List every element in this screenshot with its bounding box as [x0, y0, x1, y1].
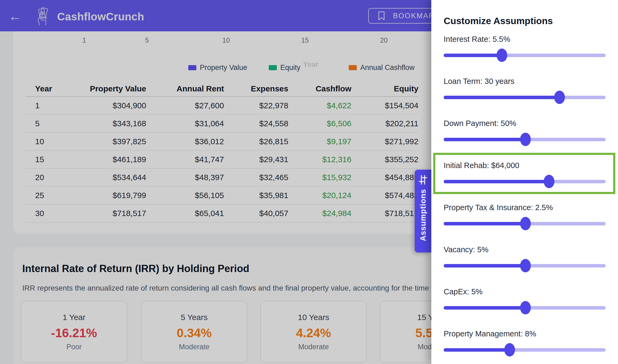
- table-cell: $619,799: [58, 191, 146, 200]
- irr-metric-card: 5 Years0.34%Moderate: [141, 301, 247, 363]
- slider-label: Loan Term: 30 years: [444, 77, 514, 86]
- table-cell: $534,644: [58, 173, 146, 182]
- legend-label: Equity: [280, 64, 300, 72]
- table-cell: $15,932: [288, 173, 351, 182]
- table-row: 30$718,517$65,041$40,057$24,984$718,517: [25, 205, 418, 222]
- chart-x-tick: 20: [380, 36, 388, 44]
- slider-thumb[interactable]: [520, 301, 531, 314]
- table-cell: $12,316: [288, 155, 351, 164]
- slider-fill: [444, 54, 502, 57]
- slider-row: CapEx: 5%: [444, 287, 606, 317]
- irr-period-label: 10 Years: [298, 313, 329, 322]
- assumptions-panel-title: Customize Assumptions: [444, 16, 553, 26]
- table-body: 1$304,900$27,600$22,978$4,622$154,5045$3…: [25, 97, 418, 222]
- irr-cards-row: 1 Year-16.21%Poor5 Years0.34%Moderate10 …: [13, 301, 451, 363]
- table-row: 5$343,168$31,064$24,558$6,506$202,211: [25, 115, 418, 133]
- table-cell: $6,506: [288, 119, 351, 128]
- table-header-cell: Year: [25, 84, 58, 93]
- table-header-cell: Annual Rent: [146, 84, 224, 93]
- irr-rating-label: Moderate: [298, 343, 329, 351]
- table-header-cell: Property Value: [58, 84, 146, 93]
- slider-thumb[interactable]: [496, 49, 507, 62]
- slider-track[interactable]: [444, 138, 606, 141]
- table-cell: $454,885: [351, 173, 418, 182]
- chart-x-tick: 1: [82, 36, 86, 44]
- irr-value: -16.21%: [51, 326, 97, 340]
- table-cell: $36,012: [146, 137, 224, 146]
- slider-thumb[interactable]: [504, 343, 515, 356]
- legend-swatch-icon: [188, 65, 196, 70]
- table-cell: $40,057: [224, 209, 288, 218]
- slider-thumb[interactable]: [520, 217, 531, 230]
- table-cell: $48,397: [146, 173, 224, 182]
- table-cell: $41,747: [146, 155, 224, 164]
- slider-track[interactable]: [444, 180, 606, 183]
- legend-item: Annual Cashflow: [349, 64, 415, 72]
- irr-section-title: Internal Rate of Return (IRR) by Holding…: [22, 263, 249, 274]
- legend-label: Annual Cashflow: [360, 64, 415, 72]
- slider-row: Vacancy: 5%: [444, 245, 606, 275]
- slider-row: Initial Rehab: $64,000: [444, 161, 606, 191]
- chart-x-tick: 15: [301, 36, 309, 44]
- irr-metric-card: 10 Years4.24%Moderate: [260, 301, 367, 363]
- table-cell: $22,978: [224, 101, 288, 110]
- slider-row: Interest Rate: 5.5%: [444, 35, 606, 64]
- table-cell: $56,105: [146, 191, 224, 200]
- table-header-cell: Cashflow: [288, 84, 351, 93]
- table-cell: $27,600: [146, 101, 224, 110]
- table-cell: $271,992: [351, 137, 418, 146]
- table-cell: 1: [25, 101, 58, 110]
- table-header-cell: Expenses: [224, 84, 288, 93]
- table-cell: $718,517: [351, 209, 418, 218]
- slider-thumb[interactable]: [544, 175, 554, 188]
- table-cell: $4,622: [288, 101, 351, 110]
- slider-track[interactable]: [444, 222, 606, 225]
- table-row: 10$397,825$36,012$26,815$9,197$271,992: [25, 133, 418, 151]
- legend-swatch-icon: [349, 65, 357, 70]
- table-cell: $32,465: [224, 173, 288, 182]
- slider-thumb[interactable]: [520, 259, 531, 272]
- table-cell: $355,252: [351, 155, 418, 164]
- customize-assumptions-panel: Customize Assumptions Interest Rate: 5.5…: [431, 0, 618, 364]
- slider-fill: [444, 264, 525, 268]
- table-row: 20$534,644$48,397$32,465$15,932$454,885: [25, 169, 418, 187]
- slider-track[interactable]: [444, 306, 606, 310]
- slider-track[interactable]: [444, 264, 606, 268]
- irr-rating-label: Moderate: [179, 343, 209, 351]
- app-title: CashflowCrunch: [57, 11, 144, 23]
- sliders-icon: [418, 175, 428, 185]
- table-cell: $574,483: [351, 191, 418, 200]
- irr-value: 0.34%: [177, 326, 212, 340]
- table-cell: $26,815: [224, 137, 288, 146]
- projection-card: 15101520 Year Property ValueEquityAnnual…: [13, 31, 451, 234]
- table-cell: $31,064: [146, 119, 224, 128]
- table-cell: 25: [25, 191, 58, 200]
- table-cell: $9,197: [288, 137, 351, 146]
- slider-row: Property Tax & Insurance: 2.5%: [444, 203, 606, 233]
- slider-track[interactable]: [444, 96, 606, 99]
- assumptions-tab[interactable]: Assumptions: [415, 170, 431, 252]
- table-cell: $202,211: [351, 119, 418, 128]
- slider-thumb[interactable]: [520, 133, 531, 146]
- slider-fill: [444, 306, 525, 310]
- legend-item: Property Value: [188, 64, 247, 72]
- irr-metric-card: 1 Year-16.21%Poor: [21, 301, 127, 363]
- slider-track[interactable]: [444, 348, 606, 352]
- slider-fill: [444, 222, 525, 225]
- table-cell: $20,124: [288, 191, 351, 200]
- slider-fill: [444, 96, 560, 99]
- slider-label: Vacancy: 5%: [444, 245, 488, 254]
- irr-section-card: Internal Rate of Return (IRR) by Holding…: [13, 247, 451, 364]
- table-cell: 5: [25, 119, 58, 128]
- slider-row: Down Payment: 50%: [444, 119, 606, 148]
- slider-track[interactable]: [444, 54, 606, 57]
- slider-row: Property Management: 8%: [444, 329, 606, 359]
- cash-in-hand-logo-icon: [36, 7, 50, 26]
- slider-thumb[interactable]: [554, 91, 565, 104]
- legend-item: Equity: [269, 64, 300, 72]
- slider-fill: [444, 138, 525, 141]
- back-button[interactable]: ←: [7, 10, 23, 23]
- table-row: 1$304,900$27,600$22,978$4,622$154,504: [25, 97, 418, 115]
- bookmark-icon: [378, 11, 385, 20]
- table-row: 15$461,189$41,747$29,431$12,316$355,252: [25, 151, 418, 169]
